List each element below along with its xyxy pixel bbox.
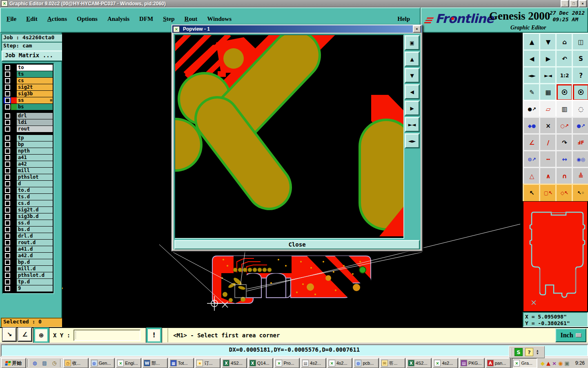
- layer-color-swatch[interactable]: [11, 285, 17, 292]
- layer-row[interactable]: mill.d: [4, 266, 53, 272]
- layer-name[interactable]: sig2t: [17, 84, 53, 90]
- layer-checkbox[interactable]: [5, 72, 10, 77]
- clock-launch-icon[interactable]: ◷: [50, 359, 59, 368]
- layer-visibility-cell[interactable]: [4, 78, 11, 84]
- menu-item[interactable]: File: [7, 16, 16, 22]
- layer-row[interactable]: pthslot: [4, 174, 53, 180]
- frame-select-button[interactable]: ▢↖: [539, 184, 557, 202]
- layer-visibility-cell[interactable]: [4, 213, 11, 220]
- layer-color-swatch[interactable]: [11, 168, 17, 174]
- layer-checkbox[interactable]: [5, 104, 10, 110]
- layer-visibility-cell[interactable]: [4, 259, 11, 265]
- layer-checkbox[interactable]: [5, 113, 10, 119]
- previous-view-button[interactable]: ↶: [555, 49, 574, 68]
- layer-visibility-cell[interactable]: [4, 97, 11, 103]
- taskbar-task-button[interactable]: × Engi...: [116, 358, 141, 368]
- layer-visibility-cell[interactable]: [4, 181, 11, 187]
- layer-checkbox[interactable]: [5, 233, 10, 239]
- layer-visibility-cell[interactable]: [4, 155, 11, 161]
- pad-swap-small-button[interactable]: ○↗: [555, 117, 574, 135]
- deskband-grip[interactable]: [510, 348, 513, 356]
- close-button[interactable]: ×: [579, 0, 587, 7]
- layer-color-swatch[interactable]: [11, 97, 17, 103]
- menu-item[interactable]: Analysis: [107, 16, 129, 22]
- layer-name[interactable]: to: [17, 65, 53, 71]
- layer-checkbox[interactable]: [5, 214, 10, 219]
- layer-name[interactable]: a41.d: [17, 246, 53, 252]
- layer-checkbox[interactable]: [5, 240, 10, 245]
- layer-name[interactable]: rout: [17, 126, 53, 132]
- layer-checkbox[interactable]: [5, 266, 10, 272]
- layer-row[interactable]: to.d: [4, 187, 53, 193]
- layer-visibility-cell[interactable]: [4, 240, 11, 246]
- layer-visibility-cell[interactable]: [4, 207, 11, 213]
- move-selection-button[interactable]: ●↗: [523, 100, 541, 119]
- layer-checkbox[interactable]: [5, 78, 10, 83]
- layer-name[interactable]: cs: [17, 78, 53, 84]
- measure-diagonal-icon[interactable]: ↘: [2, 328, 16, 341]
- layer-name[interactable]: 9: [17, 285, 53, 292]
- xy-view-window-button[interactable]: ◫: [572, 33, 588, 52]
- help-button[interactable]: ?: [572, 66, 588, 85]
- layer-row[interactable]: 9: [4, 285, 53, 292]
- layer-color-swatch[interactable]: [11, 104, 17, 110]
- layer-row[interactable]: a41: [4, 155, 53, 161]
- layer-checkbox[interactable]: [5, 155, 10, 160]
- layer-name[interactable]: drl.d: [17, 233, 53, 239]
- layer-checkbox[interactable]: [5, 227, 10, 232]
- layer-name[interactable]: a42: [17, 161, 53, 167]
- layer-color-swatch[interactable]: [11, 148, 17, 154]
- layer-color-swatch[interactable]: [11, 207, 17, 213]
- layer-row[interactable]: ss.d: [4, 220, 53, 226]
- popview-window[interactable]: × Popview - 1 ×: [172, 25, 423, 251]
- layer-row[interactable]: tp.d: [4, 279, 53, 285]
- layer-visibility-cell[interactable]: [4, 285, 11, 292]
- layer-color-swatch[interactable]: [11, 187, 17, 193]
- layer-row[interactable]: sig2t.d: [4, 207, 53, 213]
- browser-launch-icon[interactable]: ◍: [30, 359, 39, 368]
- layer-name[interactable]: a42.d: [17, 253, 53, 259]
- layer-visibility-cell[interactable]: [4, 104, 11, 110]
- layer-color-swatch[interactable]: [11, 227, 17, 233]
- layer-row[interactable]: sig3b: [4, 91, 53, 97]
- layer-visibility-cell[interactable]: [4, 253, 11, 259]
- origin-grid-icon[interactable]: ⊕: [33, 328, 49, 343]
- layer-color-swatch[interactable]: [11, 113, 17, 119]
- layer-name[interactable]: bp: [17, 141, 53, 148]
- menu-item[interactable]: Rout: [185, 16, 198, 22]
- taskbar-task-button[interactable]: ▦ Tot...: [169, 358, 194, 368]
- layer-checkbox[interactable]: [5, 91, 10, 96]
- layer-row[interactable]: sig3b.d: [4, 213, 53, 220]
- layer-color-swatch[interactable]: [11, 233, 17, 239]
- layer-row[interactable]: a41.d: [4, 246, 53, 252]
- pan-left-button[interactable]: ◀: [523, 49, 541, 68]
- layer-checkbox[interactable]: [5, 188, 10, 193]
- layer-visibility-cell[interactable]: [4, 161, 11, 167]
- sygate-tray-icon[interactable]: S: [514, 348, 523, 356]
- layer-row[interactable]: bp: [4, 141, 53, 148]
- popview-viewport[interactable]: [174, 34, 404, 239]
- layer-color-swatch[interactable]: [11, 135, 17, 141]
- layer-checkbox[interactable]: [5, 201, 10, 206]
- layer-row[interactable]: bp.d: [4, 259, 53, 265]
- layer-color-swatch[interactable]: [11, 65, 17, 71]
- layer-visibility-cell[interactable]: [4, 187, 11, 193]
- minimize-button[interactable]: _: [561, 0, 569, 7]
- layer-row[interactable]: ldi: [4, 119, 53, 126]
- layer-row[interactable]: rout.d: [4, 240, 53, 246]
- layer-checkbox[interactable]: [5, 181, 10, 186]
- layer-visibility-cell[interactable]: [4, 194, 11, 200]
- tray-color-icon[interactable]: ◉: [558, 360, 563, 366]
- layer-visibility-cell[interactable]: [4, 266, 11, 272]
- merge-shapes-button[interactable]: ◉◎: [572, 150, 588, 169]
- pan-up-button[interactable]: ▲: [523, 33, 541, 52]
- measure-angle-icon[interactable]: ∠: [18, 328, 32, 341]
- layer-checkbox[interactable]: [5, 260, 10, 265]
- job-matrix-button[interactable]: Job Matrix ...: [2, 51, 65, 61]
- layer-row[interactable]: pthslot.d: [4, 272, 53, 278]
- layer-row[interactable]: tp: [4, 135, 53, 141]
- layer-color-swatch[interactable]: [11, 119, 17, 126]
- layer-name[interactable]: pthslot: [17, 174, 53, 180]
- popview-close-bar-button[interactable]: Close: [174, 240, 420, 249]
- menu-item[interactable]: Windows: [207, 16, 232, 22]
